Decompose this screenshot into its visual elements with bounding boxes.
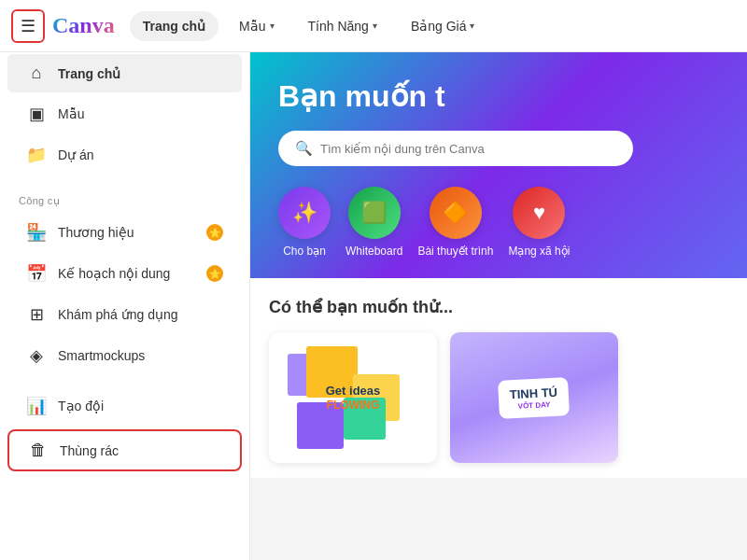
- nav-home[interactable]: Trang chủ: [130, 11, 218, 41]
- calendar-icon: 📅: [26, 263, 47, 284]
- sidebar-divider: [0, 176, 249, 184]
- chevron-down-icon: ▾: [470, 21, 474, 31]
- quick-actions: ✨ Cho bạn 🟩 Whiteboard 🔶 Bài thuyết trìn…: [278, 187, 719, 258]
- quick-action-whiteboard[interactable]: 🟩 Whiteboard: [345, 187, 402, 258]
- nav-home-label: Trang chủ: [143, 19, 205, 34]
- sidebar-content-plan-label: Kế hoạch nội dung: [58, 266, 195, 281]
- social-icon: ♥: [513, 187, 565, 239]
- card-text: Get ideas FLOWING: [326, 385, 381, 413]
- nav-pricing[interactable]: Bảng Giá ▾: [398, 11, 488, 41]
- card-2-main-text: TINH TÚ: [510, 385, 558, 402]
- premium-badge-2: ⭐: [206, 265, 223, 282]
- hamburger-icon: ☰: [21, 18, 35, 35]
- team-icon: 📊: [26, 396, 47, 416]
- menu-button[interactable]: ☰: [11, 9, 45, 43]
- whiteboard-label: Whiteboard: [345, 245, 402, 258]
- nav-features[interactable]: Tính Năng ▾: [295, 11, 390, 41]
- search-bar[interactable]: 🔍: [278, 131, 633, 166]
- tools-section-label: Công cụ: [0, 184, 249, 211]
- sidebar-team-label: Tạo đội: [58, 399, 223, 413]
- social-label: Mạng xã hội: [508, 245, 570, 258]
- sidebar-item-trash[interactable]: 🗑 Thùng rác: [7, 429, 242, 471]
- card-get-ideas[interactable]: Get ideas FLOWING: [269, 332, 437, 463]
- sidebar-item-templates[interactable]: ▣ Mẫu: [7, 94, 242, 133]
- presentation-icon: 🔶: [430, 187, 482, 239]
- hero-title: Bạn muốn t: [278, 78, 719, 114]
- quick-action-presentation[interactable]: 🔶 Bài thuyết trình: [417, 187, 493, 258]
- whiteboard-icon: 🟩: [348, 187, 401, 239]
- sidebar-trash-label: Thùng rác: [60, 443, 221, 458]
- sidebar-projects-label: Dự án: [58, 147, 223, 162]
- sidebar-item-projects[interactable]: 📁 Dự án: [7, 135, 242, 175]
- grid-icon: ⊞: [26, 304, 47, 325]
- search-input[interactable]: [320, 142, 616, 156]
- chevron-down-icon: ▾: [270, 21, 275, 31]
- sidebar-brand-label: Thương hiệu: [58, 225, 195, 240]
- home-icon: ⌂: [26, 63, 47, 83]
- presentation-label: Bài thuyết trình: [417, 245, 493, 258]
- content-area: Bạn muốn t 🔍 ✨ Cho bạn 🟩 Whiteboard: [250, 52, 747, 560]
- sidebar-item-brand[interactable]: 🏪 Thương hiệu ⭐: [7, 213, 242, 252]
- card-accent-text: FLOWING: [326, 399, 381, 412]
- card-2-sub-text: VÔT DAY: [511, 399, 559, 411]
- section-title: Có thể bạn muốn thử...: [269, 297, 728, 317]
- nav-features-label: Tính Năng: [308, 19, 369, 34]
- templates-icon: ▣: [26, 104, 47, 124]
- quick-action-cho-ban[interactable]: ✨ Cho bạn: [278, 187, 331, 258]
- quick-action-social[interactable]: ♥ Mạng xã hội: [508, 187, 570, 258]
- cards-grid: Get ideas FLOWING TINH TÚ VÔT DAY: [269, 332, 728, 463]
- cho-ban-icon: ✨: [278, 187, 331, 239]
- header: ☰ Canva Trang chủ Mẫu ▾ Tính Năng ▾ Bảng…: [0, 0, 747, 52]
- card-tinh-tu[interactable]: TINH TÚ VÔT DAY: [450, 332, 618, 463]
- sidebar-explore-label: Khám phá ứng dụng: [58, 307, 223, 322]
- nav-templates-label: Mẫu: [239, 19, 265, 34]
- canva-logo[interactable]: Canva: [52, 13, 115, 38]
- sidebar-templates-label: Mẫu: [58, 106, 223, 121]
- sidebar-item-content-plan[interactable]: 📅 Kế hoạch nội dung ⭐: [7, 254, 242, 293]
- hero-banner: Bạn muốn t 🔍 ✨ Cho bạn 🟩 Whiteboard: [250, 52, 747, 278]
- search-icon: 🔍: [295, 140, 313, 157]
- sidebar: ⌂ Trang chủ ▣ Mẫu 📁 Dự án Công cụ 🏪 Thươ…: [0, 52, 250, 560]
- sidebar-item-explore[interactable]: ⊞ Khám phá ứng dụng: [7, 295, 242, 334]
- card-2-content: TINH TÚ VÔT DAY: [498, 377, 570, 418]
- sticky-notes-decoration: Get ideas FLOWING: [288, 346, 418, 449]
- nav-templates[interactable]: Mẫu ▾: [226, 11, 287, 41]
- premium-badge: ⭐: [206, 224, 223, 241]
- nav-pricing-label: Bảng Giá: [411, 19, 467, 34]
- brand-icon: 🏪: [26, 222, 47, 243]
- sidebar-divider-2: [0, 377, 249, 385]
- sidebar-item-home[interactable]: ⌂ Trang chủ: [7, 54, 242, 92]
- cards-section: Có thể bạn muốn thử... Get ideas: [250, 278, 747, 478]
- card-main-text: Get ideas: [326, 385, 381, 399]
- chevron-down-icon: ▾: [373, 21, 377, 31]
- sidebar-item-team[interactable]: 📊 Tạo đội: [7, 386, 242, 426]
- cho-ban-label: Cho bạn: [283, 245, 326, 258]
- folder-icon: 📁: [26, 145, 47, 165]
- trash-icon: 🗑: [28, 441, 49, 460]
- sidebar-home-label: Trang chủ: [58, 66, 223, 81]
- layers-icon: ◈: [26, 345, 47, 366]
- sidebar-smartmockups-label: Smartmockups: [58, 348, 223, 363]
- sidebar-item-smartmockups[interactable]: ◈ Smartmockups: [7, 336, 242, 375]
- main-layout: ⌂ Trang chủ ▣ Mẫu 📁 Dự án Công cụ 🏪 Thươ…: [0, 52, 747, 560]
